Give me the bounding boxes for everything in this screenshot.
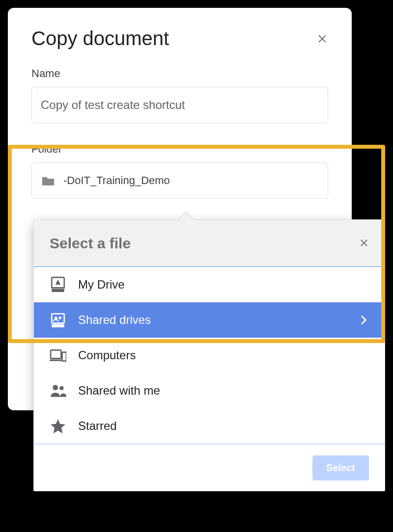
file-picker-popover: Select a file My DriveShared drivesCompu… (33, 219, 385, 491)
picker-close-button[interactable] (359, 237, 369, 250)
select-button[interactable]: Select (312, 455, 369, 480)
picker-item-label: Computers (78, 348, 136, 362)
dialog-header: Copy document (31, 27, 328, 50)
drive-icon (50, 276, 66, 293)
picker-item-drive[interactable]: My Drive (34, 267, 385, 302)
folder-icon (41, 174, 56, 187)
star-icon (50, 418, 66, 434)
people-icon (50, 382, 66, 399)
picker-title: Select a file (50, 235, 131, 252)
picker-footer: Select (34, 444, 385, 491)
name-label: Name (31, 67, 328, 80)
close-icon (317, 33, 328, 44)
picker-item-star[interactable]: Starred (34, 408, 385, 444)
picker-item-label: Shared drives (78, 313, 151, 327)
folder-picker-field[interactable]: -DoIT_Training_Demo (31, 162, 328, 199)
folder-name-value: -DoIT_Training_Demo (63, 174, 170, 187)
folder-section: Folder -DoIT_Training_Demo (31, 143, 328, 199)
chevron-right-icon (358, 315, 369, 325)
picker-item-label: My Drive (78, 278, 125, 292)
close-icon (359, 238, 369, 248)
dialog-title: Copy document (31, 27, 169, 50)
picker-item-shared-drive[interactable]: Shared drives (34, 302, 385, 338)
folder-label: Folder (31, 143, 328, 156)
close-dialog-button[interactable] (316, 33, 328, 45)
shared-drive-icon (50, 312, 66, 328)
picker-item-label: Shared with me (78, 384, 160, 398)
devices-icon (50, 347, 66, 364)
picker-item-people[interactable]: Shared with me (34, 373, 385, 408)
picker-item-devices[interactable]: Computers (34, 338, 385, 373)
picker-location-list: My DriveShared drivesComputersShared wit… (34, 267, 385, 444)
document-name-input[interactable] (31, 87, 328, 123)
picker-header: Select a file (34, 220, 385, 267)
picker-item-label: Starred (78, 419, 117, 433)
